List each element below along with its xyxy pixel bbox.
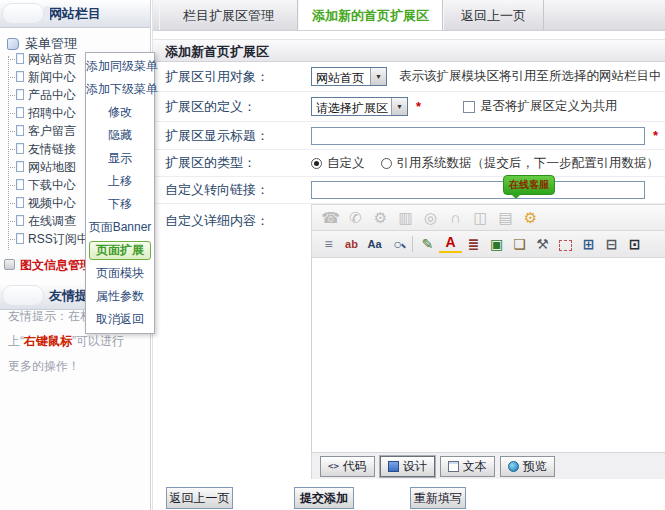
menu-item-page-module[interactable]: 页面模块 (86, 262, 154, 285)
text-doc-icon (448, 461, 459, 472)
tab-bar: 栏目扩展区管理 添加新的首页扩展区 返回上一页 (153, 0, 665, 31)
gear-icon[interactable]: ⚙ (368, 209, 393, 227)
panel-icon[interactable]: ▥ (393, 209, 418, 227)
tab-go-back[interactable]: 返回上一页 (443, 0, 544, 30)
reference-target-select[interactable]: 网站首页 ▼ (311, 67, 387, 86)
mode-button-design[interactable]: 设计 (380, 456, 435, 477)
image-icon[interactable]: ▣ (485, 236, 508, 252)
chevron-down-icon[interactable]: ▼ (391, 98, 407, 115)
header-cap-decoration (2, 3, 44, 24)
tools-icon[interactable]: ⚒ (531, 236, 554, 252)
menu-item-show[interactable]: 显示 (86, 147, 154, 170)
field-label: 扩展区的定义： (153, 98, 311, 116)
mode-button-code[interactable]: <> 代码 (320, 456, 375, 477)
form-row-detail-content: 自定义详细内容： 在线客服 ☎ ✆ ⚙ ▥ ◎ ∩ ◫ ▤ ⚙ ≡ (153, 204, 665, 479)
group-icon[interactable]: ◫ (468, 209, 493, 227)
sidebar-header: 网站栏目 (0, 0, 150, 28)
sidebar-item-image-text-management[interactable]: 图文信息管理 (0, 256, 92, 274)
rich-text-editor: 在线客服 ☎ ✆ ⚙ ▥ ◎ ∩ ◫ ▤ ⚙ ≡ ab Aa ○ (311, 204, 665, 479)
select-value: 网站首页 (312, 68, 370, 85)
checkbox-label: 是否将扩展区定义为共用 (480, 98, 618, 115)
editor-mode-bar: <> 代码 设计 文本 预览 (311, 452, 665, 479)
menu-item-add-child[interactable]: 添加下级菜单 (86, 78, 154, 101)
media-disc-icon[interactable]: ◎ (418, 209, 443, 227)
chevron-down-icon[interactable]: ▼ (370, 68, 386, 85)
editor-toolbar-plugins: ☎ ✆ ⚙ ▥ ◎ ∩ ◫ ▤ ⚙ (311, 204, 665, 231)
form-row-redirect-link: 自定义转向链接： (153, 177, 665, 204)
menu-item-move-up[interactable]: 上移 (86, 170, 154, 193)
font-color-icon[interactable]: A (439, 235, 462, 253)
extension-definition-select[interactable]: 请选择扩展区 ▼ (311, 97, 408, 116)
menu-item-page-banner[interactable]: 页面Banner (86, 216, 154, 239)
form-row-reference-target: 扩展区引用对象： 网站首页 ▼ 表示该扩展模块区将引用至所选择的网站栏目中 (153, 62, 665, 92)
page-icon (16, 161, 24, 172)
headset-icon[interactable]: ∩ (443, 209, 468, 226)
align-lines-icon[interactable]: ≡ (317, 236, 340, 252)
tab-add-home-extension[interactable]: 添加新的首页扩展区 (298, 0, 443, 30)
menu-item-hide[interactable]: 隐藏 (86, 124, 154, 147)
field-label: 自定义详细内容： (153, 204, 311, 479)
tip-red-text: 右键鼠标 (24, 334, 72, 348)
header-cap-shadow (44, 6, 50, 22)
indent-list-icon[interactable]: ≣ (462, 236, 485, 252)
code-icon: <> (328, 461, 339, 471)
form-row-extension-definition: 扩展区的定义： 请选择扩展区 ▼ * 是否将扩展区定义为共用 (153, 92, 665, 122)
table-icon[interactable]: ⊞ (577, 236, 600, 252)
tree-item-label: 下载中心 (28, 178, 76, 192)
menu-item-add-sibling[interactable]: 添加同级菜单 (86, 55, 154, 78)
radio-custom[interactable] (311, 158, 322, 169)
chat-icon[interactable]: ✆ (343, 209, 368, 227)
copy-paste-icon[interactable]: ❏ (508, 236, 531, 252)
zoom-icon[interactable]: ○ (386, 236, 409, 252)
tree-item-label: 网站地图 (28, 160, 76, 174)
editor-content-area[interactable] (311, 258, 665, 452)
toolbar-divider (412, 236, 413, 252)
list-icon[interactable]: ▤ (493, 209, 518, 227)
tip-line-3: 更多的操作！ (8, 354, 148, 379)
menu-item-edit[interactable]: 修改 (86, 101, 154, 124)
sort-az-icon[interactable]: ab (340, 238, 363, 250)
tab-extension-management[interactable]: 栏目扩展区管理 (159, 0, 298, 30)
display-title-input[interactable] (311, 127, 645, 145)
page-icon (16, 125, 24, 136)
field-label: 扩展区引用对象： (153, 68, 311, 86)
online-service-tooltip: 在线客服 (503, 175, 555, 195)
maximize-icon[interactable]: ⊡ (623, 236, 646, 252)
page-icon (16, 143, 24, 154)
radio-system-data[interactable] (381, 158, 392, 169)
globe-icon (508, 461, 519, 472)
main-panel: 栏目扩展区管理 添加新的首页扩展区 返回上一页 添加新首页扩展区 扩展区引用对象… (152, 0, 665, 510)
online-service-gear-icon[interactable]: ⚙ (518, 209, 543, 227)
tree-item-label: 产品中心 (28, 88, 76, 102)
page-icon (16, 107, 24, 118)
tree-item-label: 招聘中心 (28, 106, 76, 120)
menu-item-properties[interactable]: 属性参数 (86, 285, 154, 308)
selection-icon[interactable] (554, 236, 577, 252)
app-window: 网站栏目 菜单管理 网站首页 新闻中心 产品中心 招聘中心 客户留言 友情链接 … (0, 0, 665, 510)
font-replace-icon[interactable]: Aa (363, 238, 386, 250)
phone-icon[interactable]: ☎ (318, 209, 343, 227)
page-icon (16, 89, 24, 100)
print-icon[interactable]: ⊟ (600, 236, 623, 252)
form-row-extension-type: 扩展区的类型： 自定义 引用系统数据（提交后，下一步配置引用数据） (153, 150, 665, 177)
page-icon (16, 233, 24, 244)
page-icon (16, 71, 24, 82)
shared-definition-checkbox[interactable] (463, 101, 475, 113)
menu-item-move-down[interactable]: 下移 (86, 193, 154, 216)
field-label: 扩展区显示标题： (153, 127, 311, 145)
menu-item-cancel[interactable]: 取消返回 (86, 308, 154, 331)
back-button[interactable]: 返回上一页 (166, 487, 233, 509)
required-asterisk: * (653, 128, 658, 143)
edit-note-icon[interactable]: ✎ (416, 236, 439, 252)
mode-button-text[interactable]: 文本 (440, 456, 495, 477)
refill-button[interactable]: 重新填写 (410, 487, 466, 509)
tree-root-label: 菜单管理 (25, 36, 77, 51)
field-label: 扩展区的类型： (153, 154, 311, 172)
design-icon (388, 461, 399, 472)
page-icon (16, 215, 24, 226)
submit-add-button[interactable]: 提交添加 (294, 487, 354, 509)
menu-item-page-extension[interactable]: 页面扩展 (89, 241, 151, 260)
mode-button-preview[interactable]: 预览 (500, 456, 555, 477)
redirect-link-input[interactable] (311, 181, 645, 199)
context-menu: 添加同级菜单 添加下级菜单 修改 隐藏 显示 上移 下移 页面Banner 页面… (85, 52, 155, 334)
